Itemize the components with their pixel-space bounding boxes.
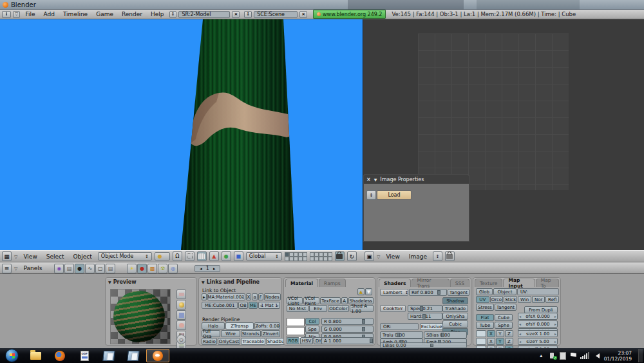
menu-select[interactable]: Select [43,253,68,260]
axis-y-button[interactable]: Y [496,338,504,345]
menu-timeline[interactable]: Timeline [60,11,91,17]
taskbar-explorer-button[interactable] [24,349,47,362]
frame-counter[interactable]: 1 [194,265,220,272]
load-image-button[interactable]: Load [377,190,412,200]
panels-label[interactable]: Panels [20,265,45,271]
ob-link-button[interactable]: OB [238,302,247,309]
axis-x-button[interactable]: X [487,338,495,345]
uv-name-field[interactable]: UV: [517,288,559,295]
tab-map-to[interactable]: Map To [536,279,559,287]
material-delete-button[interactable]: X [246,293,252,300]
frame-forward-icon[interactable] [213,266,216,271]
material-fake-user-button[interactable]: F [258,293,263,300]
lbias-slider[interactable]: LBias 0.00 [380,342,467,348]
preview-sphere-icon[interactable] [176,300,186,309]
screen-delete-button[interactable] [232,11,240,18]
material-autoname-button[interactable]: a [252,293,257,300]
onlycast-toggle[interactable]: OnlyCast [218,338,241,345]
clipboard-icon[interactable] [560,352,567,359]
panel-collapse-icon[interactable] [108,279,111,285]
radio-toggle[interactable]: Radio [202,338,217,345]
render-preview-icon[interactable] [347,251,357,261]
mode-dropdown[interactable]: Object Mode [98,252,152,260]
rotate-manipulator-button[interactable] [222,251,231,261]
ofsy-field[interactable]: ofsY 0.000 [518,320,558,328]
viewport-3d[interactable] [0,19,363,250]
tab-mirror-transp[interactable]: Mirror Trans [412,279,449,287]
vcol-light-toggle[interactable]: VCol Light [287,297,303,304]
glob-toggle[interactable]: Glob [476,288,493,295]
image-properties-panel[interactable]: Image Properties Load [363,174,469,242]
tab-sss[interactable]: SSS [450,279,469,287]
a-toggle[interactable]: A [341,297,348,304]
taskbar-blender-button[interactable] [146,349,169,362]
tab-shaders[interactable]: Shaders [379,279,411,287]
spec-slider[interactable]: Spec 0.21 [408,305,442,312]
stick-toggle[interactable]: Stick [504,296,517,303]
axis-x-button[interactable]: X [487,330,495,337]
tab-material[interactable]: Material [285,279,318,287]
window-titlebar[interactable]: Blender [0,0,644,10]
shading-context-icon[interactable] [75,264,84,273]
material-buttons-icon[interactable] [137,264,147,273]
material-name-field[interactable]: MA:Material.001 [207,293,245,300]
zinvert-toggle[interactable]: ZInvert [261,330,280,337]
refl-toggle[interactable]: Refl [545,296,559,303]
draw-type-dropdown[interactable] [155,252,170,260]
layer-buttons-left[interactable] [285,252,307,261]
diffuse-color-swatch[interactable] [287,318,305,326]
taskbar-notepad-button[interactable] [97,349,120,362]
tab-ramps[interactable]: Ramps [319,279,346,287]
cube-proj-button[interactable]: Cube [495,314,513,321]
layer-buttons-right[interactable] [310,252,332,261]
panel-collapse-icon[interactable] [202,279,205,285]
screen-browse-icon[interactable] [169,11,177,18]
action-center-flag-icon[interactable] [571,353,576,359]
orco-toggle[interactable]: Orco [490,296,504,303]
r-slider[interactable]: R 0.800 [321,318,374,325]
texture-buttons-icon[interactable] [147,264,157,273]
show-desktop-button[interactable] [638,349,643,362]
ref-slider[interactable]: Ref 0.800 [409,289,447,296]
material-index-field[interactable]: 1 Mat 1 [258,302,280,309]
axis-none-button[interactable] [476,330,486,337]
cubic-toggle[interactable]: Cubic [442,320,468,328]
rgb-mode-button[interactable]: RGB [287,337,299,344]
menu-object[interactable]: Object [70,253,95,260]
header-menu-collapse-icon[interactable] [377,253,380,260]
tangent-coord-toggle[interactable]: Tangent [495,304,516,311]
scene-delete-button[interactable] [299,11,307,18]
orientation-dropdown[interactable]: Global [246,252,282,260]
editor-type-icon[interactable] [2,264,12,273]
alpha-slider[interactable]: A 1.000 [321,337,374,344]
manipulator-hand-button[interactable] [197,251,207,261]
window-type-icon[interactable]: i [2,11,11,18]
tangent-toggle[interactable]: Tangent [448,289,469,296]
ofsx-field[interactable]: ofsX 0.000 [518,313,558,320]
copy-material-icon[interactable]: ▲ [357,288,365,295]
full-osa-toggle[interactable]: Full Osa [202,330,220,337]
stress-toggle[interactable]: Stress [476,304,494,311]
texface-toggle[interactable]: TexFace [320,297,340,304]
ztransp-toggle[interactable]: ZTransp [225,322,254,329]
specular-shader-dropdown[interactable]: CookTorr [380,305,406,312]
image-properties-header[interactable]: Image Properties [364,175,469,184]
vcol-paint-toggle[interactable]: VCol Paint [303,297,319,304]
preview-monkey-icon[interactable] [176,320,186,330]
usb-device-icon[interactable]: ✓ [549,352,556,359]
translate-manipulator-button[interactable] [209,251,219,261]
zoffs-field[interactable]: Zoffs: 0.00 [254,322,280,329]
taskbar-notepad2-button[interactable] [122,349,145,362]
axis-y-button[interactable]: Y [496,330,504,337]
version-badge[interactable]: www.blender.org 249.2 [313,10,386,19]
preview-flat-icon[interactable] [176,289,186,299]
tube-proj-button[interactable]: Tube [476,322,494,329]
sphe-proj-button[interactable]: Sphe [495,322,513,329]
header-collapse-icon[interactable] [13,11,20,18]
menu-image[interactable]: Image [406,253,430,260]
editor-type-icon[interactable] [365,251,374,261]
nodes-button[interactable]: Nodes [264,293,281,300]
exclusive-toggle[interactable]: Exclusive [420,323,443,330]
uv-coord-toggle[interactable]: UV [476,296,489,303]
obcolor-toggle[interactable]: ObColor [328,305,350,312]
